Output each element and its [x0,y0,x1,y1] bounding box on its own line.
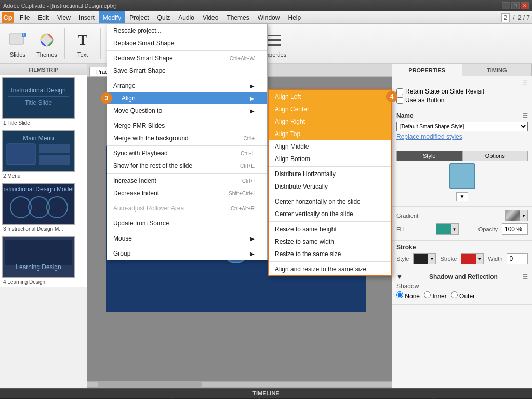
shape-dropdown[interactable]: ▼ [456,192,469,201]
app-logo: Cp [2,12,14,23]
menu-save-smart-shape[interactable]: Save Smart Shape [107,64,267,77]
svg-text:Instructional Design Models: Instructional Design Models [3,185,74,193]
shadow-inner-radio[interactable] [424,291,431,298]
svg-text:Main Menu: Main Menu [23,135,54,142]
shadow-none-radio[interactable] [396,291,403,298]
align-left-item[interactable]: Align Left 4 [269,90,391,103]
menu-project[interactable]: Project [125,11,153,23]
style-name-menu[interactable]: ☰ [522,112,528,119]
menu-file[interactable]: File [16,11,34,23]
action-menu-icon[interactable]: ☰ [522,79,528,87]
menu-rescale[interactable]: Rescale project... [107,24,267,37]
align-right-item[interactable]: Align Right [269,115,391,128]
menu-move-question[interactable]: Move Question to ▶ [107,104,267,117]
menu-themes[interactable]: Themes [222,11,253,23]
use-as-button-checkbox[interactable] [396,97,403,104]
menu-redraw-smart-shape[interactable]: Redraw Smart Shape Ctrl+Alt+W [107,52,267,64]
menu-mouse[interactable]: Mouse ▶ [107,232,267,245]
resize-height-item[interactable]: Resize to same height [269,223,391,235]
close-button[interactable]: ✕ [521,2,529,9]
menu-align[interactable]: 3 Align ▶ [107,92,267,104]
align-resize-item[interactable]: Align and resize to the same size [269,263,391,275]
shadow-section: ▼ Shadow and Reflection ☰ Shadow None In… [392,270,532,305]
retain-state-checkbox[interactable] [396,88,403,95]
center-v-item[interactable]: Center vertically on the slide [269,208,391,220]
page-separator: / [513,14,514,21]
tab-properties[interactable]: PROPERTIES [392,64,462,76]
slide-label-2: 2 Menu [2,172,85,179]
timeline-header: TIMELINE [0,389,532,398]
distribute-v-item[interactable]: Distribute Vertically [269,180,391,193]
distribute-h-item[interactable]: Distribute Horizontally [269,168,391,180]
shadow-label-row: Shadow [396,283,528,290]
toolbar-slides[interactable]: + Slides [4,28,31,60]
fill-swatch-btn[interactable]: ▼ [436,223,459,235]
text-icon: T [72,30,93,50]
restore-button[interactable]: □ [511,2,520,9]
slide-item-4[interactable]: Learning Design 4 Learning Design [0,234,87,287]
resize-width-item[interactable]: Resize to same width [269,235,391,248]
menu-merge-background[interactable]: Merge with the background Ctrl+ [107,132,267,144]
step-badge-3: 3 [101,92,112,104]
style-name-select[interactable]: [Default Smart Shape Style] [396,122,528,131]
stroke-color-btn[interactable]: ▼ [461,253,484,264]
center-h-item[interactable]: Center horizontally on the slide [269,195,391,208]
stroke-color-dropdown[interactable]: ▼ [476,254,483,264]
menu-audio[interactable]: Audio [174,11,198,23]
menu-insert[interactable]: Insert [75,11,99,23]
toolbar-text[interactable]: T Text [69,28,96,60]
fill-dropdown[interactable]: ▼ [451,224,458,234]
minimize-button[interactable]: ─ [502,2,510,9]
shape-preview [449,163,475,189]
stroke-width-field[interactable]: 0 [507,253,528,264]
menu-edit[interactable]: Edit [34,11,53,23]
tab-timing[interactable]: TIMING [462,64,533,76]
opacity-field[interactable]: 100 % [502,223,528,235]
align-top-item[interactable]: Align Top [269,128,391,140]
slide-item-1[interactable]: Instructional Design Title Slide 1 Title… [0,75,87,128]
align-sep-4 [269,261,391,262]
menu-show-rest[interactable]: Show for the rest of the slide Ctrl+E [107,159,267,172]
page-input[interactable]: 2 [501,13,510,22]
horizontal-scroll[interactable] [87,381,392,388]
align-middle-item[interactable]: Align Middle [269,140,391,153]
shadow-outer-radio[interactable] [451,291,458,298]
align-center-item[interactable]: Align Center [269,103,391,115]
shadow-collapse-icon[interactable]: ▼ [396,273,403,281]
toolbar-themes[interactable]: Themes [33,28,60,60]
menu-update-source[interactable]: Update from Source [107,217,267,230]
stroke-style-btn[interactable]: ▼ [413,253,436,264]
fill-section: Gradient ▼ Fill ▼ Opacity 100 % [392,207,532,241]
style-btn-style[interactable]: Style [396,151,462,161]
menu-view[interactable]: View [53,11,75,23]
menu-decrease-indent[interactable]: Decrease Indent Shift+Ctrl+I [107,187,267,200]
menu-modify[interactable]: Modify [99,11,125,23]
resize-size-item[interactable]: Resize to the same size [269,248,391,260]
opacity-value: 100 % [504,225,522,233]
slide-thumb-3: Instructional Design Models [2,183,75,225]
gradient-swatch-btn[interactable]: ▼ [505,210,528,221]
stroke-style-dropdown[interactable]: ▼ [428,254,435,264]
menu-sync-playhead[interactable]: Sync with Playhead Ctrl+L [107,147,267,159]
slide-item-3[interactable]: Instructional Design Models 3 Instructio… [0,181,87,234]
menu-replace-smart-shape[interactable]: Replace Smart Shape [107,37,267,49]
slides-icon: + [7,30,28,50]
menu-window[interactable]: Window [254,11,284,23]
svg-text:Title Slide: Title Slide [25,99,52,107]
menu-arrange[interactable]: Arrange ▶ [107,79,267,92]
shadow-menu[interactable]: ☰ [522,273,528,281]
gradient-dropdown[interactable]: ▼ [520,210,527,221]
style-btn-options[interactable]: Options [462,151,528,161]
stroke-section: Stroke Style ▼ Stroke ▼ Width 0 [392,241,532,270]
menu-merge-fmr[interactable]: Merge FMR Slides [107,119,267,132]
slide-item-2[interactable]: Main Menu 2 Menu [0,128,87,181]
shadow-title: Shadow and Reflection [429,273,498,281]
menu-group[interactable]: Group ▶ [107,247,267,260]
menu-quiz[interactable]: Quiz [153,11,175,23]
menu-video[interactable]: Video [198,11,222,23]
step-badge-4: 4 [386,91,397,102]
menu-help[interactable]: Help [284,11,305,23]
menu-increase-indent[interactable]: Increase Indent Ctrl+I [107,175,267,187]
style-name-section: Name ☰ [Default Smart Shape Style] Repla… [392,109,532,145]
align-bottom-item[interactable]: Align Bottom [269,153,391,165]
